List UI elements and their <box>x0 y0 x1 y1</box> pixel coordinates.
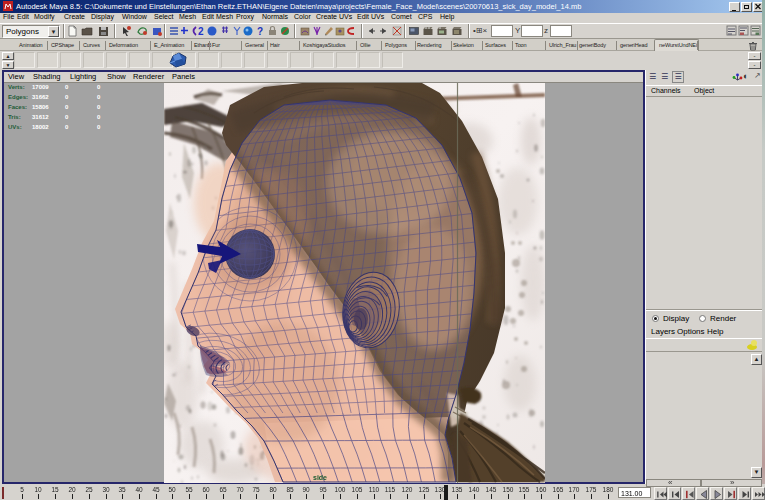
svg-text:side: side <box>313 474 327 481</box>
svg-text:?: ? <box>257 26 263 37</box>
svg-text:2: 2 <box>198 26 204 37</box>
